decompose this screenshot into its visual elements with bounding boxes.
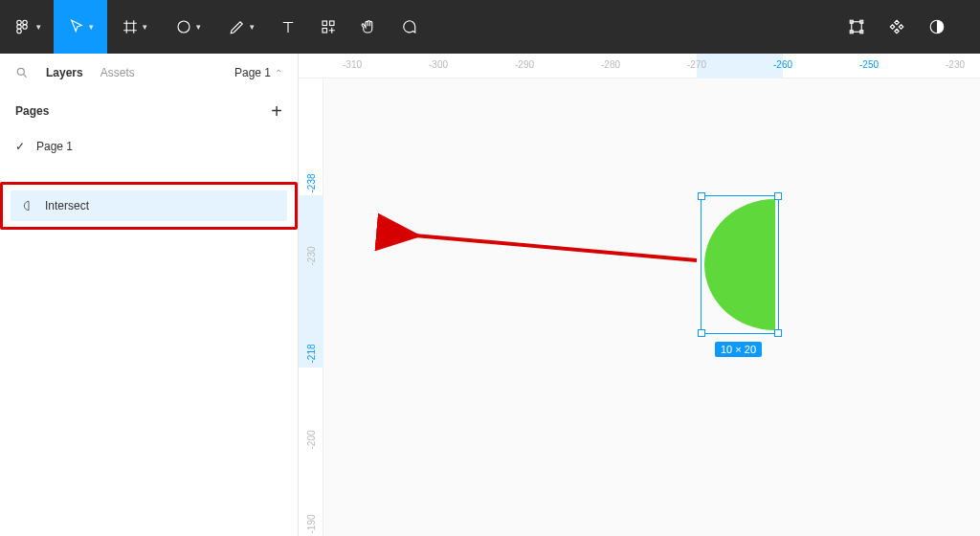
tab-assets[interactable]: Assets	[100, 66, 135, 79]
hand-tool-button[interactable]	[348, 0, 389, 54]
handle-sw[interactable]	[698, 329, 705, 337]
ruler-tick: -238	[305, 173, 316, 192]
svg-rect-6	[323, 21, 327, 26]
diamond-grid-icon	[888, 18, 905, 35]
dimensions-label: 10 × 20	[715, 342, 762, 357]
tab-layers[interactable]: Layers	[46, 66, 83, 79]
comment-icon	[400, 18, 417, 35]
ruler-tick: -200	[305, 430, 316, 449]
top-toolbar: ▾ ▾ ▾ ▾ ▾	[0, 0, 980, 54]
half-circle-icon	[928, 18, 946, 35]
chevron-down-icon: ▾	[250, 22, 255, 32]
resources-icon	[320, 18, 337, 35]
left-panel: Layers Assets Page 1 ⌃ Pages + ✓ Page 1 …	[0, 54, 299, 536]
intersect-icon	[22, 199, 35, 212]
svg-rect-8	[323, 29, 327, 34]
chevron-up-icon: ⌃	[275, 68, 282, 78]
comment-tool-button[interactable]	[389, 0, 429, 54]
annotation-highlight: Intersect	[0, 182, 298, 230]
ruler-tick: -250	[859, 59, 879, 70]
svg-point-0	[16, 20, 21, 25]
figma-logo-icon	[13, 18, 31, 35]
svg-point-2	[16, 25, 21, 30]
svg-point-4	[16, 29, 21, 34]
dev-mode-button[interactable]	[836, 0, 877, 54]
ruler-tick: -280	[601, 59, 620, 70]
page-row[interactable]: ✓ Page 1	[0, 130, 298, 163]
ruler-tick: -300	[429, 59, 448, 70]
ruler-v-selection	[299, 195, 323, 368]
svg-line-16	[414, 235, 697, 260]
ruler-tick: -230	[305, 246, 316, 265]
svg-point-3	[22, 25, 27, 30]
left-panel-tabs: Layers Assets Page 1 ⌃	[0, 54, 298, 92]
layer-row-intersect[interactable]: Intersect	[11, 190, 287, 221]
resources-button[interactable]	[308, 0, 348, 54]
svg-point-5	[178, 21, 189, 33]
layer-row-label: Intersect	[45, 199, 89, 212]
chevron-down-icon: ▾	[196, 22, 201, 32]
text-icon	[279, 18, 297, 35]
page-selector[interactable]: Page 1 ⌃	[234, 66, 282, 79]
handle-se[interactable]	[774, 329, 782, 337]
svg-point-15	[17, 68, 24, 75]
check-icon: ✓	[15, 140, 27, 153]
search-icon[interactable]	[15, 66, 29, 79]
ruler-tick: -290	[515, 59, 534, 70]
toolbar-right	[836, 0, 980, 54]
plugins-button[interactable]	[877, 0, 917, 54]
frame-tool-button[interactable]: ▾	[107, 0, 161, 54]
chevron-down-icon: ▾	[89, 22, 94, 32]
frame-icon	[122, 18, 139, 35]
chevron-down-icon: ▾	[36, 22, 41, 32]
bounding-box-icon	[848, 18, 865, 35]
ruler-tick: -218	[305, 344, 316, 363]
add-page-button[interactable]: +	[271, 100, 282, 123]
figma-menu-button[interactable]: ▾	[0, 0, 54, 54]
vertical-ruler[interactable]: -238-230-218-200-190	[299, 78, 323, 536]
ruler-h-selection	[697, 54, 783, 78]
ruler-tick: -260	[773, 59, 792, 70]
canvas[interactable]: 10 × 20	[323, 78, 980, 536]
text-tool-button[interactable]	[268, 0, 308, 54]
page-selector-label: Page 1	[234, 66, 271, 79]
ruler-tick: -190	[305, 514, 316, 533]
pages-header: Pages +	[0, 92, 298, 130]
page-row-label: Page 1	[36, 140, 73, 153]
pages-header-label: Pages	[15, 104, 49, 118]
ellipse-icon	[175, 18, 192, 35]
hand-icon	[360, 18, 377, 35]
handle-ne[interactable]	[774, 192, 782, 200]
horizontal-ruler[interactable]: -310-300-290-280-270-260-250-230-20	[299, 54, 980, 78]
annotation-arrow	[323, 78, 980, 536]
cursor-icon	[68, 18, 85, 35]
ruler-tick: -310	[343, 59, 362, 70]
present-button[interactable]	[917, 0, 957, 54]
pen-icon	[229, 18, 246, 35]
chevron-down-icon: ▾	[143, 22, 147, 32]
shape-tool-button[interactable]: ▾	[161, 0, 214, 54]
svg-rect-7	[330, 21, 335, 26]
selection-box[interactable]	[701, 195, 779, 334]
move-tool-button[interactable]: ▾	[54, 0, 107, 54]
svg-point-1	[22, 20, 27, 25]
ruler-tick: -270	[687, 59, 706, 70]
pen-tool-button[interactable]: ▾	[214, 0, 268, 54]
handle-nw[interactable]	[698, 192, 705, 200]
ruler-tick: -230	[946, 59, 965, 70]
